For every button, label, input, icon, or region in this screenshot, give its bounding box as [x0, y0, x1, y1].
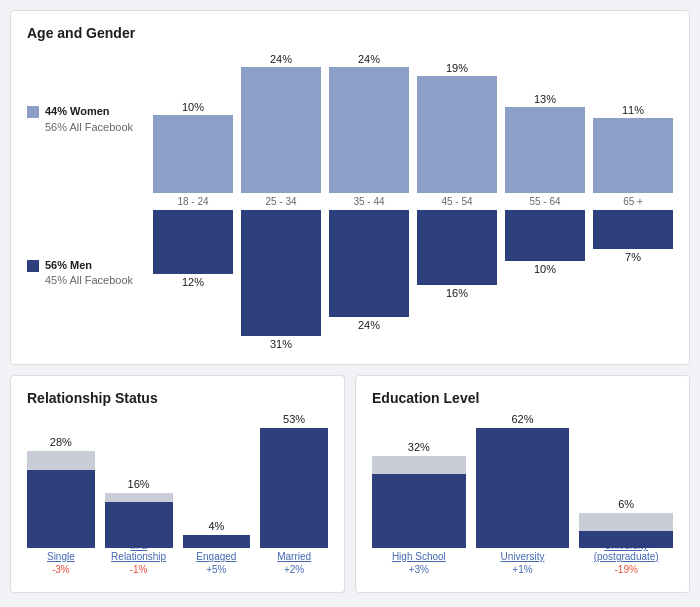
bar-pct-label: 16% — [128, 478, 150, 490]
bar-label-area: High School +3% — [372, 551, 466, 576]
female-bar — [505, 107, 585, 193]
education-title: Education Level — [372, 390, 673, 406]
legend-column: 44% Women 56% All Facebook 56% Men 45% A… — [27, 53, 137, 350]
female-pct: 24% — [270, 53, 292, 65]
bar-group: 4% Engaged +5% — [183, 418, 251, 548]
bar-foreground — [183, 535, 251, 548]
female-pct: 11% — [622, 104, 644, 116]
age-label: 65 + — [623, 196, 643, 207]
female-pct: 24% — [358, 53, 380, 65]
bar-visual — [105, 493, 173, 548]
bar-diff: +3% — [409, 564, 429, 575]
bar-foreground — [372, 474, 466, 548]
bar-inner: 6% — [579, 418, 673, 548]
female-bar-wrapper: 19% — [417, 53, 497, 193]
women-swatch — [27, 106, 39, 118]
male-bar-wrapper: 24% — [329, 210, 409, 350]
age-gender-section: 44% Women 56% All Facebook 56% Men 45% A… — [27, 53, 673, 350]
bar-pct-label: 32% — [408, 441, 430, 453]
male-pct: 31% — [270, 338, 292, 350]
bar-label-area: Engaged +5% — [183, 551, 251, 576]
bar-group: 32% High School +3% — [372, 418, 466, 548]
bar-group: 6% University (postgraduate) -19% — [579, 418, 673, 548]
bar-pct-label: 4% — [208, 520, 224, 532]
relationship-chart: 28% Single -3% 16% In a Relationship — [27, 418, 328, 578]
female-pct: 13% — [534, 93, 556, 105]
male-bar — [505, 210, 585, 261]
male-bar — [417, 210, 497, 285]
age-gender-card: Age and Gender 44% Women 56% All Faceboo… — [10, 10, 690, 365]
bar-diff: +2% — [284, 564, 304, 575]
bar-inner: 32% — [372, 418, 466, 548]
male-pct: 10% — [534, 263, 556, 275]
bar-pct-label: 53% — [283, 413, 305, 425]
bar-foreground — [260, 428, 328, 548]
bar-label-link[interactable]: Single — [27, 551, 95, 562]
bar-label-area: Married +2% — [260, 551, 328, 576]
bar-diff: -1% — [130, 564, 148, 575]
men-legend: 56% Men 45% All Facebook — [27, 258, 137, 289]
bar-inner: 53% — [260, 413, 328, 548]
bar-foreground — [579, 531, 673, 548]
bar-diff: -19% — [615, 564, 638, 575]
bar-inner: 62% — [476, 413, 570, 548]
female-bar-wrapper: 13% — [505, 53, 585, 193]
male-bar — [329, 210, 409, 317]
bar-label-link[interactable]: University — [476, 551, 570, 562]
male-bar-wrapper: 31% — [241, 210, 321, 350]
female-pct: 10% — [182, 101, 204, 113]
bar-foreground — [476, 428, 570, 548]
bar-inner: 28% — [27, 418, 95, 548]
bar-diff: +1% — [512, 564, 532, 575]
men-legend-text: 56% Men 45% All Facebook — [45, 258, 133, 289]
bar-inner: 16% — [105, 418, 173, 548]
bar-pct-label: 28% — [50, 436, 72, 448]
age-label: 55 - 64 — [529, 196, 560, 207]
bar-visual — [260, 428, 328, 548]
female-bar — [593, 118, 673, 193]
bar-diff: -3% — [52, 564, 70, 575]
bar-pct-label: 62% — [511, 413, 533, 425]
female-bar — [329, 67, 409, 193]
bar-visual — [27, 451, 95, 548]
male-bar — [593, 210, 673, 249]
bar-foreground — [105, 502, 173, 548]
female-bar — [417, 76, 497, 193]
female-pct: 19% — [446, 62, 468, 74]
women-legend: 44% Women 56% All Facebook — [27, 104, 137, 135]
bar-pct-label: 6% — [618, 498, 634, 510]
male-bar-wrapper: 7% — [593, 210, 673, 350]
bar-label-area: Single -3% — [27, 551, 95, 576]
bar-label-link[interactable]: High School — [372, 551, 466, 562]
bar-label-area: University +1% — [476, 551, 570, 576]
age-label: 18 - 24 — [177, 196, 208, 207]
age-label: 45 - 54 — [441, 196, 472, 207]
women-legend-text: 44% Women 56% All Facebook — [45, 104, 133, 135]
bar-label-link[interactable]: Married — [260, 551, 328, 562]
relationship-title: Relationship Status — [27, 390, 328, 406]
female-bar-wrapper: 10% — [153, 53, 233, 193]
male-pct: 24% — [358, 319, 380, 331]
bar-label-link[interactable]: Engaged — [183, 551, 251, 562]
age-group: 19% 45 - 54 16% — [417, 53, 497, 350]
age-group: 10% 18 - 24 12% — [153, 53, 233, 350]
relationship-status-card: Relationship Status 28% Single -3% 16% — [10, 375, 345, 593]
age-group: 11% 65 + 7% — [593, 53, 673, 350]
male-bar-wrapper: 16% — [417, 210, 497, 350]
female-bar — [153, 115, 233, 193]
bar-visual — [476, 428, 570, 548]
education-chart: 32% High School +3% 62% University — [372, 418, 673, 578]
bar-group: 28% Single -3% — [27, 418, 95, 548]
male-bar-wrapper: 12% — [153, 210, 233, 350]
men-swatch — [27, 260, 39, 272]
bar-visual — [372, 456, 466, 548]
bar-inner: 4% — [183, 418, 251, 548]
male-pct: 7% — [625, 251, 641, 263]
education-level-card: Education Level 32% High School +3% 62% — [355, 375, 690, 593]
bar-visual — [579, 513, 673, 548]
bar-foreground — [27, 470, 95, 548]
age-group: 24% 25 - 34 31% — [241, 53, 321, 350]
female-bar-wrapper: 24% — [329, 53, 409, 193]
bar-group: 16% In a Relationship -1% — [105, 418, 173, 548]
male-bar-wrapper: 10% — [505, 210, 585, 350]
